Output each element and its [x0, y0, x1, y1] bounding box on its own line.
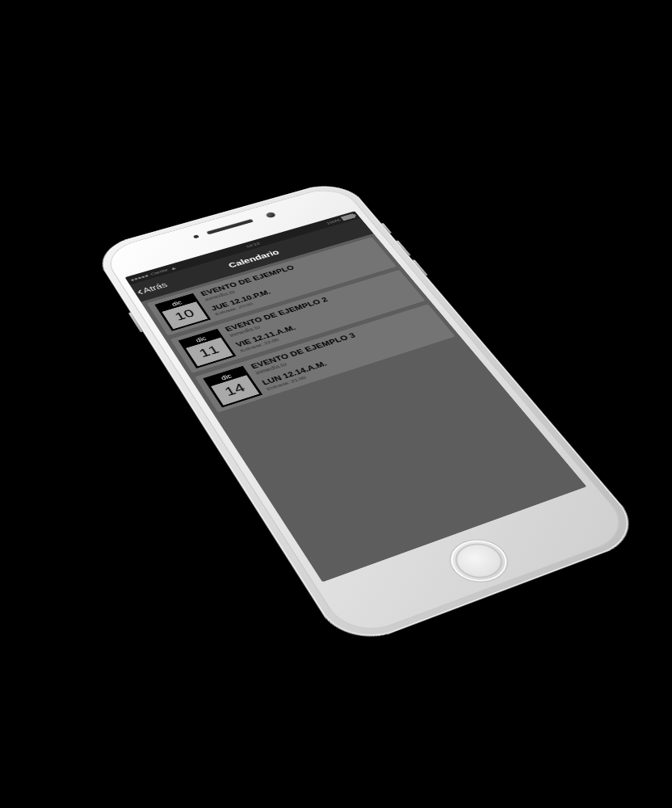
date-badge: dic 11: [178, 329, 237, 368]
phone-device-frame: Carrier 16:12 100% ‹ Atrás Calendario: [90, 179, 649, 650]
back-label: Atrás: [141, 281, 169, 295]
date-badge: dic 10: [154, 293, 211, 331]
wifi-icon: [169, 265, 178, 271]
